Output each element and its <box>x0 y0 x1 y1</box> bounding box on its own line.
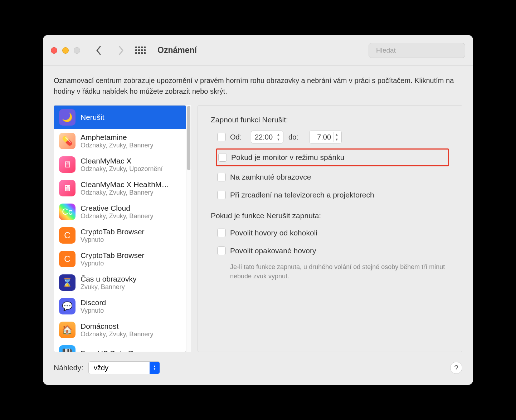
sidebar-item[interactable]: 🖥CleanMyMac X HealthM…Odznaky, Zvuky, Ba… <box>54 176 186 200</box>
moon-icon: 🌙 <box>59 109 76 126</box>
previews-label: Náhledy: <box>54 363 83 372</box>
from-time-value: 22:00 <box>255 133 275 141</box>
locked-screen-label: Na zamknuté obrazovce <box>230 173 311 181</box>
monitor-sleep-checkbox[interactable] <box>218 153 227 162</box>
discord-icon: 💬 <box>59 298 76 314</box>
schedule-checkbox[interactable] <box>217 133 226 141</box>
app-name: Nerušit <box>81 113 104 122</box>
app-name: EaseUS Data Recovery… <box>81 349 167 352</box>
option-allow-anyone: Povolit hovory od kohokoli <box>211 226 449 239</box>
option-monitor-sleep: Pokud je monitor v režimu spánku <box>217 151 344 164</box>
traffic-lights <box>51 47 80 54</box>
app-name: Čas u obrazovky <box>81 275 136 283</box>
app-subtitle: Odznaky, Zvuky, Bannery <box>81 331 153 338</box>
sidebar-item[interactable]: 💬DiscordVypnuto <box>54 294 186 318</box>
previews-value: vždy <box>94 364 108 372</box>
amphetamine-icon: 💊 <box>59 133 76 149</box>
app-name: CleanMyMac X <box>81 157 162 165</box>
allow-anyone-label: Povolit hovory od kohokoli <box>230 229 317 237</box>
to-label: do: <box>288 133 304 141</box>
cleanmymac-icon: 🖥 <box>59 156 76 173</box>
app-name: CryptoTab Browser <box>81 228 145 236</box>
help-button[interactable]: ? <box>450 362 462 374</box>
sidebar-item[interactable]: CCryptoTab BrowserVypnuto <box>54 224 186 247</box>
window-title: Oznámení <box>157 45 197 55</box>
sidebar-item[interactable]: CcCreative CloudOdznaky, Zvuky, Bannery <box>54 200 186 224</box>
option-allow-repeated: Povolit opakované hovory <box>211 244 449 257</box>
cleanmymac-icon: 🖥 <box>59 180 76 196</box>
option-mirroring: Při zrcadlení na televizorech a projekto… <box>211 189 449 201</box>
section-turn-on-title: Zapnout funkci Nerušit: <box>211 116 449 124</box>
to-time-input[interactable]: 7:00 ▲▼ <box>309 131 342 143</box>
option-locked-screen: Na zamknuté obrazovce <box>211 171 449 184</box>
app-name: Creative Cloud <box>81 204 153 213</box>
from-time-input[interactable]: 22:00 ▲▼ <box>251 131 283 143</box>
app-name: Discord <box>81 298 106 307</box>
search-input[interactable] <box>376 47 461 54</box>
app-subtitle: Odznaky, Zvuky, Bannery <box>81 213 153 220</box>
show-all-button[interactable] <box>135 47 146 54</box>
allow-repeated-label: Povolit opakované hovory <box>230 246 316 255</box>
app-subtitle: Odznaky, Zvuky, Bannery <box>81 189 169 196</box>
app-subtitle: Zvuky, Bannery <box>81 283 136 291</box>
app-subtitle: Odznaky, Zvuky, Bannery <box>81 142 153 149</box>
footer: Náhledy: vždy ▲▼ ? <box>43 352 473 385</box>
section-when-on-title: Pokud je funkce Nerušit zapnuta: <box>211 211 449 220</box>
search-box[interactable] <box>369 43 465 58</box>
forward-button[interactable] <box>117 46 125 55</box>
home-icon: 🏠 <box>59 322 76 338</box>
to-time-stepper[interactable]: ▲▼ <box>333 132 340 142</box>
minimize-window-button[interactable] <box>62 47 69 54</box>
monitor-sleep-label: Pokud je monitor v režimu spánku <box>231 153 344 162</box>
app-name: CryptoTab Browser <box>81 251 145 260</box>
detail-panel: Zapnout funkci Nerušit: Od: 22:00 ▲▼ do:… <box>198 105 462 352</box>
app-sidebar[interactable]: 🌙Nerušit💊AmphetamineOdznaky, Zvuky, Bann… <box>54 105 186 352</box>
screentime-icon: ⌛ <box>59 274 76 291</box>
easeus-icon: 💾 <box>59 345 76 352</box>
previews-select[interactable]: vždy ▲▼ <box>88 361 160 374</box>
sidebar-scrollbar[interactable] <box>186 105 191 352</box>
sidebar-item[interactable]: 🏠DomácnostOdznaky, Zvuky, Bannery <box>54 318 186 342</box>
sidebar-item[interactable]: 💾EaseUS Data Recovery… <box>54 342 186 352</box>
select-arrows-icon: ▲▼ <box>150 362 160 374</box>
close-window-button[interactable] <box>51 47 57 54</box>
app-name: CleanMyMac X HealthM… <box>81 180 169 189</box>
app-subtitle: Vypnuto <box>81 236 145 244</box>
zoom-window-button[interactable] <box>74 47 80 54</box>
app-subtitle: Odznaky, Zvuky, Upozornění <box>81 165 162 173</box>
cryptotab-icon: C <box>59 251 76 267</box>
app-name: Amphetamine <box>81 133 153 142</box>
mirroring-label: Při zrcadlení na televizorech a projekto… <box>230 191 374 199</box>
allow-repeated-checkbox[interactable] <box>217 246 226 255</box>
from-label: Od: <box>230 133 246 141</box>
scrollbar-thumb[interactable] <box>187 106 190 170</box>
app-subtitle: Vypnuto <box>81 307 106 314</box>
allow-anyone-checkbox[interactable] <box>217 229 226 237</box>
creative-cloud-icon: Cc <box>59 204 76 220</box>
sidebar-item[interactable]: 🖥CleanMyMac XOdznaky, Zvuky, Upozornění <box>54 153 186 176</box>
app-name: Domácnost <box>81 322 153 331</box>
from-time-stepper[interactable]: ▲▼ <box>275 132 282 142</box>
to-time-value: 7:00 <box>313 133 333 141</box>
sidebar-item[interactable]: 🌙Nerušit <box>54 106 186 129</box>
sidebar-item[interactable]: CCryptoTab BrowserVypnuto <box>54 247 186 271</box>
repeated-hint: Je-li tato funkce zapnuta, u druhého vol… <box>230 262 449 281</box>
back-button[interactable] <box>94 46 103 55</box>
mirroring-checkbox[interactable] <box>217 191 226 199</box>
preferences-window: Oznámení Oznamovací centrum zobrazuje up… <box>43 35 473 385</box>
cryptotab-icon: C <box>59 227 76 244</box>
option-schedule: Od: 22:00 ▲▼ do: 7:00 ▲▼ <box>211 131 449 143</box>
app-subtitle: Vypnuto <box>81 260 145 267</box>
locked-screen-checkbox[interactable] <box>217 173 226 181</box>
intro-text: Oznamovací centrum zobrazuje upozornění … <box>54 75 462 97</box>
sidebar-item[interactable]: 💊AmphetamineOdznaky, Zvuky, Bannery <box>54 129 186 153</box>
titlebar: Oznámení <box>43 35 473 66</box>
sidebar-item[interactable]: ⌛Čas u obrazovkyZvuky, Bannery <box>54 271 186 294</box>
